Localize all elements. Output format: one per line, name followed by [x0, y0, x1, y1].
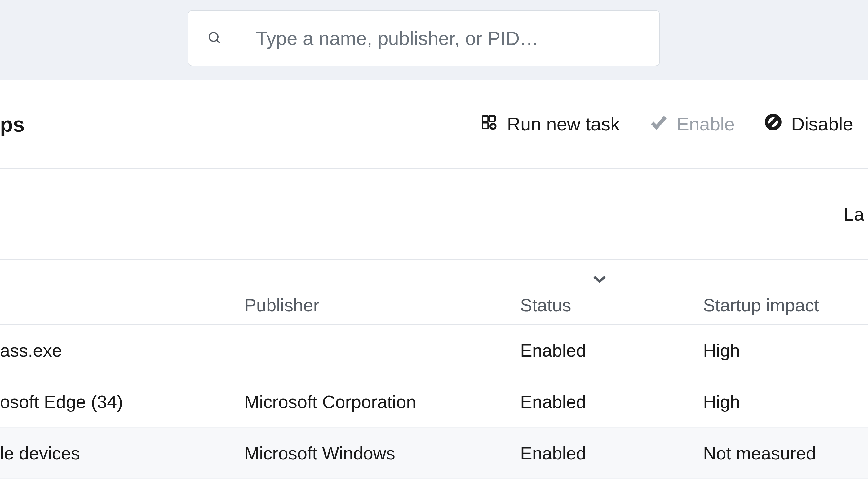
search-icon: [207, 31, 222, 45]
enable-button: Enable: [635, 103, 750, 146]
cell-impact: High: [691, 325, 868, 376]
cell-impact: High: [691, 376, 868, 427]
cell-publisher: Microsoft Corporation: [232, 376, 508, 427]
cell-status: Enabled: [508, 428, 691, 478]
svg-line-9: [769, 118, 777, 126]
la-fragment: La: [843, 203, 864, 225]
run-task-icon: [481, 113, 498, 135]
cell-publisher: [232, 325, 508, 376]
sub-header: La: [0, 169, 868, 259]
svg-rect-4: [483, 123, 488, 128]
svg-line-1: [217, 40, 220, 43]
search-box[interactable]: [188, 10, 660, 66]
status-header-label: Status: [520, 295, 571, 316]
search-bar-area: [0, 0, 868, 80]
cell-publisher: Microsoft Windows: [232, 428, 508, 478]
svg-rect-3: [490, 116, 495, 122]
cell-name: osoft Edge (34): [0, 376, 232, 427]
run-new-task-button[interactable]: Run new task: [466, 103, 635, 146]
disable-button[interactable]: Disable: [750, 103, 868, 146]
chevron-down-icon: [592, 267, 607, 288]
cell-name: ass.exe: [0, 325, 232, 376]
cell-status: Enabled: [508, 376, 691, 427]
svg-point-0: [209, 33, 218, 41]
toolbar-actions: Run new task Enable Disable: [466, 80, 868, 168]
check-icon: [650, 113, 668, 135]
table-header-row: Publisher Status Startup impact: [0, 259, 868, 325]
column-header-name[interactable]: [0, 260, 232, 324]
column-header-publisher[interactable]: Publisher: [232, 260, 508, 324]
cell-impact: Not measured: [691, 428, 868, 478]
table-row[interactable]: osoft Edge (34) Microsoft Corporation En…: [0, 376, 868, 428]
cell-name: le devices: [0, 428, 232, 478]
table-row[interactable]: le devices Microsoft Windows Enabled Not…: [0, 428, 868, 479]
column-header-impact[interactable]: Startup impact: [691, 260, 868, 324]
page-title: ps: [0, 112, 25, 136]
toolbar: ps Run new task Enable: [0, 80, 868, 169]
disable-icon: [765, 113, 782, 135]
startup-table: Publisher Status Startup impact ass.exe …: [0, 259, 868, 479]
column-header-status[interactable]: Status: [508, 260, 691, 324]
enable-label: Enable: [677, 113, 735, 135]
disable-label: Disable: [791, 113, 853, 135]
table-row[interactable]: ass.exe Enabled High: [0, 325, 868, 376]
svg-rect-2: [483, 116, 488, 122]
run-task-label: Run new task: [507, 113, 620, 135]
cell-status: Enabled: [508, 325, 691, 376]
search-input[interactable]: [256, 27, 659, 49]
